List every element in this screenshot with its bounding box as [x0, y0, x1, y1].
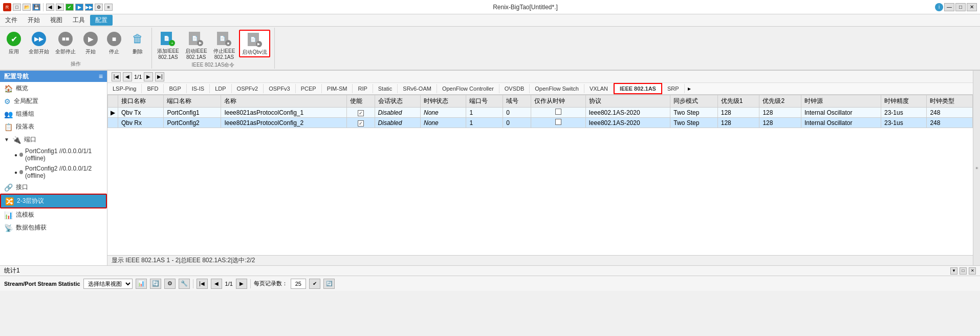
tab-openflow-ctrl[interactable]: OpenFlow Controller — [437, 84, 499, 93]
title-icon-back[interactable]: ◀ — [46, 4, 54, 11]
bt-records-refresh[interactable]: 🔄 — [323, 279, 335, 289]
bt-icon-chart[interactable]: 📊 — [136, 279, 147, 289]
stats-dock-btn[interactable]: □ — [960, 267, 967, 275]
start-btn[interactable]: ▶ 开始 — [80, 30, 101, 56]
stop-all-btn[interactable]: ■■ 全部停止 — [53, 30, 78, 56]
col-port-no[interactable]: 端口号 — [466, 95, 503, 108]
title-icon-new[interactable]: □ — [13, 4, 21, 11]
tab-arrow[interactable]: ▸ — [685, 83, 694, 94]
tab-ospfv3[interactable]: OSPFv3 — [264, 84, 296, 93]
stop-btn[interactable]: ■ 停止 — [103, 30, 125, 56]
sidebar-item-segment[interactable]: 📋 段落表 — [0, 120, 107, 133]
tab-lsp-ping[interactable]: LSP-Ping — [107, 84, 142, 93]
bt-page-next[interactable]: ▶ — [236, 279, 247, 289]
col-domain[interactable]: 域号 — [503, 95, 531, 108]
tab-rip[interactable]: RIP — [353, 84, 373, 93]
col-name[interactable]: 名称 — [221, 95, 347, 108]
right-panel-handle[interactable]: ≡ — [973, 71, 980, 265]
bt-icon-settings[interactable]: 🔧 — [179, 279, 190, 289]
tab-vxlan[interactable]: VXLAN — [584, 84, 614, 93]
close-btn[interactable]: ✕ — [967, 3, 977, 11]
tab-srp[interactable]: SRP — [662, 84, 685, 93]
flow-icon: 📊 — [4, 211, 13, 219]
sidebar-item-flow[interactable]: 📊 流模板 — [0, 208, 107, 221]
sidebar-item-port[interactable]: ▼ 🔌 端口 — [0, 133, 107, 146]
sidebar-item-multicast[interactable]: 👥 组播组 — [0, 108, 107, 120]
title-icon-save[interactable]: 💾 — [32, 4, 40, 11]
tab-openflow-sw[interactable]: OpenFlow Switch — [530, 84, 584, 93]
sidebar-item-capture[interactable]: 📡 数据包捕获 — [0, 221, 107, 234]
title-icon-run2[interactable]: ▶▶ — [85, 4, 93, 11]
records-count-input[interactable] — [291, 279, 306, 289]
col-clock-accuracy[interactable]: 时钟精度 — [881, 95, 926, 108]
col-protocol[interactable]: 协议 — [585, 95, 670, 108]
tab-pim-sm[interactable]: PIM-SM — [322, 84, 353, 93]
menu-item-file[interactable]: 文件 — [0, 15, 23, 26]
row1-sync-mode: Two Step — [670, 108, 717, 118]
menu-item-start[interactable]: 开始 — [23, 15, 45, 26]
page-next-btn[interactable]: ▶ — [144, 72, 153, 81]
col-clock-type[interactable]: 时钟类型 — [927, 95, 973, 108]
tab-ldp[interactable]: LDP — [210, 84, 231, 93]
sidebar-item-interface[interactable]: 🔗 接口 — [0, 181, 107, 194]
records-per-page-label: 每页记录数： — [254, 280, 288, 287]
title-icon-misc[interactable]: ≡ — [104, 4, 113, 11]
bt-icon-filter[interactable]: ⚙ — [164, 279, 176, 289]
col-sync-mode[interactable]: 同步模式 — [670, 95, 717, 108]
start-all-btn[interactable]: ▶▶ 全部开始 — [27, 30, 51, 56]
stop-ieee-btn[interactable]: 📄 ■ 停止IEEE802.1AS — [211, 30, 237, 61]
title-icon-settings[interactable]: ⚙ — [95, 4, 103, 11]
sidebar-item-global[interactable]: ⚙ 全局配置 — [0, 95, 107, 108]
tab-ieee-802-1as[interactable]: IEEE 802.1AS — [614, 83, 662, 94]
tab-bfd[interactable]: BFD — [142, 84, 164, 93]
col-pri1[interactable]: 优先级1 — [717, 95, 759, 108]
col-port[interactable]: 端口名称 — [164, 95, 221, 108]
tab-bgp[interactable]: BGP — [164, 84, 186, 93]
menu-item-tools[interactable]: 工具 — [68, 15, 90, 26]
col-pri2[interactable]: 优先级2 — [759, 95, 801, 108]
page-prev-btn[interactable]: ◀ — [123, 72, 132, 81]
stats-pin-btn[interactable]: ▼ — [950, 267, 957, 275]
sidebar-item-portconfig2[interactable]: ● PortConfig2 //0.0.0.0/1/2 (offline) — [0, 163, 107, 181]
bt-records-apply[interactable]: ✔ — [309, 279, 320, 289]
menu-item-config[interactable]: 配置 — [90, 15, 113, 26]
maximize-btn[interactable]: □ — [955, 3, 966, 11]
page-last-btn[interactable]: ▶| — [155, 72, 164, 81]
col-interface[interactable]: 接口名称 — [118, 95, 164, 108]
col-slave-only[interactable]: 仅作从时钟 — [531, 95, 585, 108]
minimize-btn[interactable]: — — [944, 3, 954, 11]
title-icon-forward[interactable]: ▶ — [56, 4, 64, 11]
menu-item-view[interactable]: 视图 — [45, 15, 68, 26]
tab-pcep[interactable]: PCEP — [296, 84, 322, 93]
col-session[interactable]: 会话状态 — [375, 95, 420, 108]
bt-page-prev[interactable]: ◀ — [211, 279, 222, 289]
table-row[interactable]: Qbv Rx PortConfig2 Ieee8021asProtocolCon… — [108, 118, 973, 128]
sidebar-item-portconfig1[interactable]: ● PortConfig1 //0.0.0.0/1/1 (offline) — [0, 146, 107, 163]
tab-ovsdb[interactable]: OVSDB — [499, 84, 530, 93]
sidebar-item-overview[interactable]: 🏠 概览 — [0, 82, 107, 95]
title-icon-open[interactable]: 📂 — [23, 4, 31, 11]
sidebar-item-l23protocol[interactable]: 🔀 2-3层协议 — [0, 194, 107, 208]
col-clock-state[interactable]: 时钟状态 — [421, 95, 466, 108]
add-ieee-btn[interactable]: 📄 + 添加IEEE802.1AS — [155, 30, 181, 61]
tab-ospfv2[interactable]: OSPFv2 — [232, 84, 264, 93]
collapse-btn[interactable]: ≡ — [99, 72, 103, 80]
bt-page-first[interactable]: |◀ — [197, 279, 208, 289]
col-clock-source[interactable]: 时钟源 — [801, 95, 881, 108]
tab-srv6-oam[interactable]: SRv6-OAM — [398, 84, 437, 93]
table-row[interactable]: ▶ Qbv Tx PortConfig1 Ieee8021asProtocolC… — [108, 108, 973, 118]
bt-icon-refresh[interactable]: 🔄 — [150, 279, 161, 289]
title-icon-check[interactable]: ✔ — [66, 4, 74, 11]
toolbar: ✔ 应用 ▶▶ 全部开始 ■■ 全部停止 — [0, 27, 980, 71]
stats-close-btn[interactable]: ✕ — [969, 267, 976, 275]
tab-static[interactable]: Static — [373, 84, 398, 93]
title-icon-run[interactable]: ▶ — [75, 4, 83, 11]
col-enabled[interactable]: 使能 — [347, 95, 375, 108]
start-ieee-btn[interactable]: 📄 ▶ 启动IEEE802.1AS — [183, 30, 209, 61]
delete-btn[interactable]: 🗑 删除 — [127, 30, 148, 56]
start-qbv-btn[interactable]: 📄 ▶ 启动Qbv流 — [239, 30, 270, 57]
tab-isis[interactable]: IS-IS — [187, 84, 210, 93]
view-select[interactable]: 选择结果视图 — [83, 279, 133, 289]
apply-btn[interactable]: ✔ 应用 — [3, 30, 25, 56]
page-first-btn[interactable]: |◀ — [112, 72, 121, 81]
